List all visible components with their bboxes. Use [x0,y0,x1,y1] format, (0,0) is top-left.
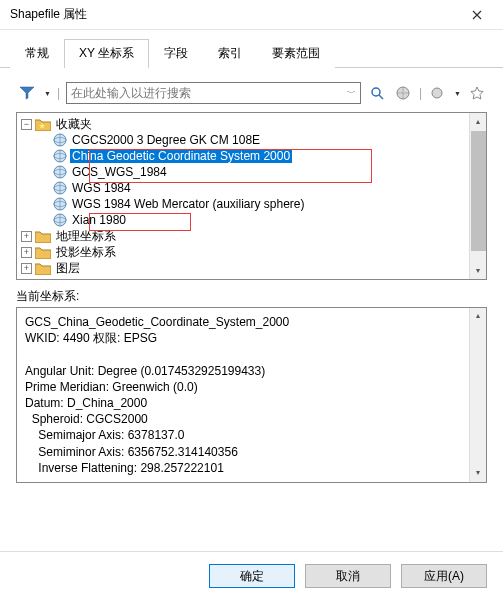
coord-details-text: GCS_China_Geodetic_Coordinate_System_200… [25,315,289,475]
folder-icon [35,262,51,275]
tab-xy-coord[interactable]: XY 坐标系 [64,39,149,68]
globe-nav-button[interactable] [393,83,413,103]
favorites-folder-icon [35,118,51,131]
tree-label: 投影坐标系 [54,244,118,261]
scroll-thumb[interactable] [471,131,486,251]
scroll-up-icon[interactable]: ▴ [470,113,486,130]
tab-content: ▼ | ﹀ | ▼ − 收藏夹 [0,68,503,491]
globe-dd-icon [431,86,445,100]
globe-nav-icon [396,86,410,100]
globe-icon [53,197,67,211]
scroll-down-icon[interactable]: ▾ [470,262,486,279]
globe-dropdown-button[interactable] [428,83,448,103]
search-toolbar: ▼ | ﹀ | ▼ [16,82,487,104]
tree-scrollbar[interactable]: ▴ ▾ [469,113,486,279]
tree-layers[interactable]: + 图层 [21,260,486,276]
tree-label: 图层 [54,260,82,277]
svg-point-2 [432,88,442,98]
tab-index[interactable]: 索引 [203,39,257,68]
coord-tree[interactable]: − 收藏夹 CGCS2000 3 Degree GK CM 108E China… [17,113,486,276]
details-scrollbar[interactable]: ▴ ▾ [469,308,486,482]
favorite-button[interactable] [467,83,487,103]
tree-favorites[interactable]: − 收藏夹 [21,116,486,132]
folder-icon [35,230,51,243]
globe-icon [53,181,67,195]
current-coord-label: 当前坐标系: [16,288,487,305]
tree-item-label: WGS 1984 Web Mercator (auxiliary sphere) [70,197,307,211]
close-icon [472,10,482,20]
folder-icon [35,246,51,259]
tree-item-label: CGCS2000 3 Degree GK CM 108E [70,133,262,147]
separator-2: | [419,86,422,100]
tab-extent[interactable]: 要素范围 [257,39,335,68]
tree-projected[interactable]: + 投影坐标系 [21,244,486,260]
dialog-buttons: 确定 取消 应用(A) [209,564,487,588]
search-button[interactable] [367,83,387,103]
globe-icon [53,213,67,227]
search-input[interactable] [71,86,347,100]
tree-item-xian80[interactable]: Xian 1980 [53,212,486,228]
apply-button[interactable]: 应用(A) [401,564,487,588]
tab-fields[interactable]: 字段 [149,39,203,68]
search-icon [370,86,384,100]
tree-geographic[interactable]: + 地理坐标系 [21,228,486,244]
globe-icon [53,133,67,147]
globe-icon [53,149,67,163]
scroll-down-icon[interactable]: ▾ [470,465,486,482]
separator: | [57,86,60,100]
coord-details-panel[interactable]: GCS_China_Geodetic_Coordinate_System_200… [16,307,487,483]
chevron-down-icon-2[interactable]: ▼ [454,90,461,97]
expand-icon[interactable]: + [21,247,32,258]
chevron-down-icon[interactable]: ﹀ [347,87,356,100]
tree-item-label: China Geodetic Coordinate System 2000 [70,149,292,163]
star-icon [470,86,484,100]
tree-item-label: GCS_WGS_1984 [70,165,169,179]
tree-item-label: Xian 1980 [70,213,128,227]
button-divider [0,551,503,552]
ok-button[interactable]: 确定 [209,564,295,588]
collapse-icon[interactable]: − [21,119,32,130]
scroll-up-icon[interactable]: ▴ [470,308,486,325]
tree-item-china2000[interactable]: China Geodetic Coordinate System 2000 [53,148,486,164]
globe-icon [53,165,67,179]
expand-icon[interactable]: + [21,231,32,242]
tree-label: 地理坐标系 [54,228,118,245]
filter-button[interactable] [16,82,38,104]
tree-label: 收藏夹 [54,116,94,133]
titlebar: Shapefile 属性 [0,0,503,30]
funnel-icon [19,85,35,101]
coord-tree-panel: − 收藏夹 CGCS2000 3 Degree GK CM 108E China… [16,112,487,280]
expand-icon[interactable]: + [21,263,32,274]
svg-point-0 [372,88,380,96]
tree-item-cgcs2000[interactable]: CGCS2000 3 Degree GK CM 108E [53,132,486,148]
window-title: Shapefile 属性 [10,6,457,23]
tree-item-label: WGS 1984 [70,181,133,195]
tab-bar: 常规 XY 坐标系 字段 索引 要素范围 [0,30,503,68]
tree-item-wgs84[interactable]: WGS 1984 [53,180,486,196]
tab-general[interactable]: 常规 [10,39,64,68]
search-box[interactable]: ﹀ [66,82,361,104]
dropdown-arrow-icon[interactable]: ▼ [44,90,51,97]
tree-item-gcswgs84[interactable]: GCS_WGS_1984 [53,164,486,180]
tree-item-wgs84merc[interactable]: WGS 1984 Web Mercator (auxiliary sphere) [53,196,486,212]
close-button[interactable] [457,1,497,29]
cancel-button[interactable]: 取消 [305,564,391,588]
